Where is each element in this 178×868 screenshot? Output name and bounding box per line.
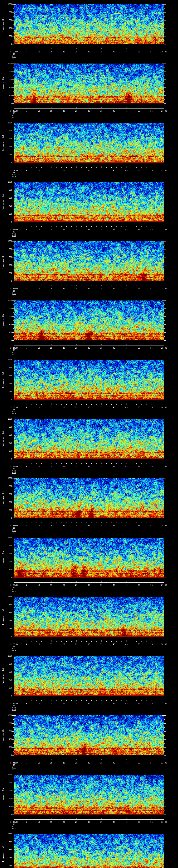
x-tick-label: 45 [121,347,132,349]
y-tick-label: 0 [3,43,12,45]
y-tick-label: 0 [3,517,12,519]
x-tick-label: 20 [58,703,69,705]
frequency-axis-label: Frequency (Hz) [2,490,4,506]
x-tick-label: 40 [109,51,120,53]
x-tick-label: 10 [33,643,44,645]
y-tick-label: 200 [3,391,12,393]
frequency-axis-label: Frequency (Hz) [2,786,4,803]
date-label: 2015 [8,591,20,592]
date-label: 16 [8,112,20,114]
date-label: 2015 [8,57,20,59]
spectrogram-canvas [0,474,178,533]
x-tick-label: 50 [134,229,145,230]
y-tick-label: 800 [3,189,12,191]
y-tick-label: 400 [3,27,12,29]
x-tick-label: 15 [46,762,57,764]
x-tick-label: 20 [58,288,69,290]
y-tick-label: 400 [3,561,12,562]
x-tick-label: 30 [84,762,94,764]
x-tick-label: 35 [96,169,107,172]
x-tick-label: 55 [146,347,157,349]
y-tick-label: 0 [3,162,12,164]
y-tick-label: 200 [3,746,12,748]
x-tick-label: 25 [71,584,82,586]
y-tick-label: 800 [3,841,12,843]
y-tick-label: 200 [3,628,12,630]
y-tick-label: 200 [3,94,12,96]
y-tick-label: 200 [3,509,12,511]
x-tick-label: 20 [58,51,69,53]
date-label: Oct [8,826,20,827]
x-tick-label: 35 [96,466,107,467]
y-tick-label: 800 [3,426,12,428]
x-tick-label: 45 [121,169,132,172]
x-tick-label: 15 [46,288,57,290]
y-tick-label: 0 [3,221,12,223]
y-tick-label: 1000 [3,714,12,716]
y-tick-label: 600 [3,19,12,21]
y-tick-label: 0 [3,695,12,697]
x-tick-label: 45 [121,229,132,230]
end-time-label: 24:00 [158,288,170,290]
y-tick-label: 400 [3,205,12,207]
x-tick-label: 45 [121,288,132,290]
x-tick-label: 25 [71,525,82,527]
x-tick-label: 20 [58,110,69,112]
x-tick-label: 25 [71,288,82,290]
x-tick-label: 25 [71,821,82,823]
x-tick-label: 45 [121,821,132,823]
x-tick-label: 55 [146,169,157,172]
x-tick-label: 25 [71,347,82,349]
date-label: Oct [8,589,20,590]
x-tick-label: 30 [84,703,94,705]
y-tick-label: 600 [3,375,12,377]
spectrogram-canvas [0,59,178,119]
start-time-label: 5:24:00 [9,347,20,349]
y-tick-label: 200 [3,687,12,689]
end-time-label: 22:00 [158,169,170,172]
x-tick-label: 50 [134,51,145,53]
x-tick-label: 55 [146,288,157,290]
spectrogram-canvas [0,592,178,652]
y-tick-label: 0 [3,458,12,460]
spectrogram-canvas [0,0,178,59]
start-time-label: 5:21:00 [9,169,20,172]
x-tick-label: 35 [96,821,107,823]
x-tick-label: 25 [71,643,82,645]
start-time-label: 5:31:00 [9,762,20,764]
spectrogram-canvas [0,178,178,237]
spectrogram-panel: Frequency (Hz)10008006004002000510152025… [0,652,178,711]
x-tick-label: 20 [58,229,69,230]
spectrogram-canvas [0,711,178,770]
y-tick-label: 0 [3,577,12,579]
x-tick-label: 30 [84,51,94,53]
x-tick-label: 10 [33,229,44,230]
y-tick-label: 800 [3,485,12,487]
start-time-label: 5:20:00 [9,110,20,112]
x-tick-label: 45 [121,110,132,112]
y-tick-label: 1000 [3,3,12,5]
date-label: 2015 [8,472,20,474]
x-tick-label: 55 [146,229,157,230]
date-label: 16 [8,468,20,470]
x-tick-label: 5 [21,406,32,408]
x-tick-label: 30 [84,525,94,527]
x-tick-label: 20 [58,169,69,172]
x-tick-label: 15 [46,229,57,230]
x-tick-label: 55 [146,466,157,467]
y-tick-label: 200 [3,865,12,867]
frequency-axis-label: Frequency (Hz) [2,194,4,210]
y-tick-label: 400 [3,146,12,148]
frequency-axis-label: Frequency (Hz) [2,372,4,388]
end-time-label: 21:00 [158,110,170,112]
x-tick-label: 35 [96,762,107,764]
end-time-label: 30:00 [158,643,170,645]
y-tick-label: 600 [3,315,12,317]
date-label: 2015 [8,531,20,533]
start-time-label: 5:25:00 [9,406,20,408]
end-time-label: 28:00 [158,525,170,527]
x-tick-label: 45 [121,584,132,586]
date-label: Oct [8,411,20,413]
date-label: 2015 [8,294,20,296]
y-tick-label: 1000 [3,122,12,124]
